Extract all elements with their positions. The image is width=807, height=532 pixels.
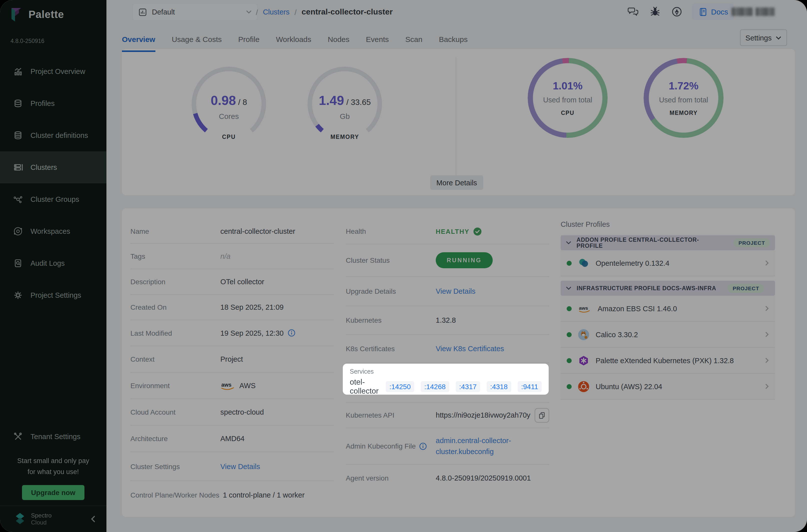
detail-row-architecture: Architecture AMD64	[130, 425, 334, 452]
service-name: otel-collector	[350, 378, 379, 396]
chevron-right-icon	[765, 305, 769, 312]
cpu-usage-value: 0.98 / 8	[186, 93, 271, 108]
row-label: Created On	[130, 303, 220, 311]
tab-scan[interactable]: Scan	[405, 28, 422, 52]
memory-total: / 33.65	[346, 98, 371, 107]
profile-item-name: Amazon EBS CSI 1.46.0	[598, 304, 677, 312]
info-icon[interactable]	[419, 442, 427, 450]
memory-total-caption: Used from total	[644, 96, 724, 104]
sidebar-item-workspaces[interactable]: Workspaces	[0, 215, 107, 247]
row-label: Context	[130, 355, 220, 363]
sidebar-item-tenant-settings[interactable]: Tenant Settings	[0, 424, 107, 449]
row-value: OTel collector	[220, 278, 264, 286]
aws-logo-icon: aws	[220, 381, 236, 391]
breadcrumb-link-clusters[interactable]: Clusters	[263, 8, 289, 16]
chevron-right-icon	[765, 383, 769, 390]
settings-button[interactable]: Settings	[740, 30, 787, 46]
copy-icon[interactable]	[535, 408, 549, 422]
service-port-link[interactable]: :14268	[421, 381, 449, 392]
kubeconfig-file-link[interactable]: admin.central-collector- cluster.kubecon…	[436, 435, 511, 457]
settings-label: Settings	[746, 34, 772, 42]
promo-line2: for what you use!	[0, 467, 107, 478]
bug-report-icon[interactable]	[649, 5, 662, 18]
clusters-icon	[13, 162, 23, 172]
calico-icon	[578, 328, 589, 340]
cluster-profiles-panel: Cluster Profiles ADDON PROFILE CENTRAL-C…	[561, 220, 775, 400]
upgrade-promo: Start small and only pay for what you us…	[0, 456, 107, 478]
service-port-link[interactable]: :4317	[456, 381, 480, 392]
details-column: Name central-collector-cluster Tags n/a …	[130, 219, 334, 509]
sidebar-item-clusters[interactable]: Clusters	[0, 151, 107, 183]
row-value: 18 Sep 2025, 21:09	[220, 303, 284, 311]
user-name-redacted	[755, 7, 774, 16]
tab-nodes[interactable]: Nodes	[328, 28, 350, 52]
status-dot	[567, 384, 571, 389]
sidebar-item-cluster-groups[interactable]: Cluster Groups	[0, 183, 107, 215]
project-selector[interactable]: Default	[133, 4, 257, 20]
sidebar-item-audit-logs[interactable]: Audit Logs	[0, 247, 107, 279]
audit-logs-icon	[13, 258, 23, 268]
tab-overview[interactable]: Overview	[122, 28, 155, 52]
row-label: Admin Kubeconfig File	[346, 442, 436, 450]
view-details-link[interactable]: View Details	[220, 462, 260, 470]
row-label: Environment	[130, 382, 220, 390]
detail-row-nodes: Control Plane/Worker Nodes 1 control-pla…	[130, 481, 334, 509]
row-value: 1.32.8	[436, 316, 456, 324]
service-port-link[interactable]: :9411	[518, 381, 542, 392]
profile-item-amazon-ebs-csi[interactable]: aws Amazon EBS CSI 1.46.0	[561, 296, 775, 322]
compass-help-icon[interactable]	[670, 5, 683, 18]
sidebar-item-label: Workspaces	[31, 227, 70, 235]
upgrade-now-button[interactable]: Upgrade now	[22, 485, 85, 500]
view-k8s-certificates-link[interactable]: View K8s Certificates	[436, 345, 504, 353]
sidebar-item-cluster-definitions[interactable]: Cluster definitions	[0, 119, 107, 151]
profile-section-addon[interactable]: ADDON PROFILE CENTRAL-COLLECTOR-PROFILE …	[561, 235, 775, 250]
upgrade-view-details-link[interactable]: View Details	[436, 287, 475, 295]
row-label: K8s Certificates	[346, 345, 436, 353]
status-dot	[567, 306, 571, 311]
row-value: 19 Sep 2025, 12:30	[220, 329, 284, 337]
row-value: AWS	[239, 382, 256, 390]
cpu-total-pct: 1.01%	[528, 80, 607, 92]
sidebar-item-profiles[interactable]: Profiles	[0, 88, 107, 119]
service-port-link[interactable]: :14250	[386, 381, 414, 392]
check-circle-icon	[473, 227, 482, 235]
sidebar-item-project-settings[interactable]: Project Settings	[0, 279, 107, 311]
cpu-gauge-label: CPU	[186, 134, 271, 140]
collapse-sidebar-icon[interactable]	[91, 515, 95, 522]
row-label: Last Modified	[130, 329, 220, 337]
service-port-link[interactable]: :4318	[487, 381, 511, 392]
brand-name: Palette	[29, 8, 64, 20]
tab-workloads[interactable]: Workloads	[276, 28, 311, 52]
brand: Palette	[7, 6, 64, 23]
svg-text:aws: aws	[221, 382, 231, 388]
breadcrumb-separator: /	[295, 8, 297, 16]
chevron-right-icon	[765, 357, 769, 364]
sidebar-item-label: Cluster Groups	[31, 195, 79, 203]
tab-profile[interactable]: Profile	[238, 28, 260, 52]
profile-item-calico[interactable]: Calico 3.30.2	[561, 322, 775, 348]
docs-button[interactable]: Docs	[692, 3, 734, 20]
profile-item-opentelemetry[interactable]: Opentelemetry 0.132.4	[561, 250, 775, 276]
feedback-chat-icon[interactable]	[627, 5, 640, 18]
profile-item-pxk[interactable]: Palette eXtended Kubernetes (PXK) 1.32.8	[561, 348, 775, 374]
row-value: 4.8.0-250919/20250919.0001	[436, 474, 531, 482]
services-label: Services	[350, 368, 542, 375]
row-label: Upgrade Details	[346, 287, 436, 295]
bar-chart-icon	[138, 7, 147, 17]
more-details-button[interactable]: More Details	[430, 175, 483, 190]
profile-item-name: Calico 3.30.2	[596, 330, 638, 338]
detail-row-context: Context Project	[130, 346, 334, 373]
row-value: central-collector-cluster	[220, 227, 295, 235]
info-icon[interactable]	[287, 329, 295, 337]
status-dot	[567, 261, 571, 266]
services-spotlight: Services otel-collector :14250 :14268 :4…	[343, 364, 549, 395]
tab-backups[interactable]: Backups	[439, 28, 468, 52]
row-label: Kubernetes API	[346, 411, 436, 419]
profile-section-infrastructure[interactable]: INFRASTRUCTURE PROFILE DOCS-AWS-INFRA PR…	[561, 281, 775, 296]
sidebar-item-project-overview[interactable]: Project Overview	[0, 55, 107, 88]
tab-usage-costs[interactable]: Usage & Costs	[172, 28, 222, 52]
details-card: Name central-collector-cluster Tags n/a …	[122, 208, 795, 517]
services-row: otel-collector :14250 :14268 :4317 :4318…	[350, 378, 542, 396]
profile-item-ubuntu[interactable]: Ubuntu (AWS) 22.04	[561, 374, 775, 400]
tab-events[interactable]: Events	[366, 28, 389, 52]
